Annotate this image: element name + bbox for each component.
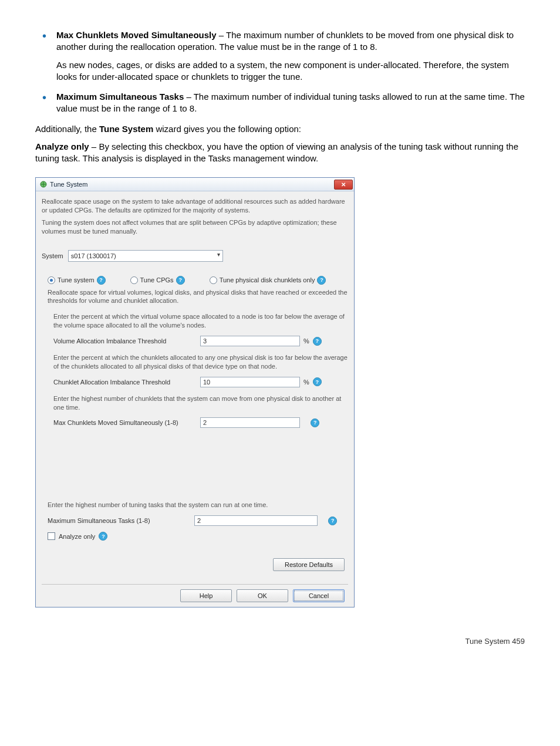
percent-suffix: %: [303, 337, 309, 345]
system-label: System: [42, 252, 63, 259]
chunklet-threshold-desc: Enter the percent at which the chunklets…: [53, 353, 348, 371]
chunklet-threshold-label: Chunklet Allocation Imbalance Threshold: [53, 379, 200, 386]
help-button[interactable]: Help: [180, 589, 232, 602]
help-icon[interactable]: ?: [176, 276, 185, 285]
tune-system-icon: [39, 180, 48, 188]
intro-text-2: Tuning the system does not affect volume…: [42, 218, 348, 236]
radio-tune-pd-chunklets[interactable]: Tune physical disk chunklets only ?: [210, 276, 326, 285]
dialog-title: Tune System: [50, 181, 87, 188]
spacer: [303, 419, 307, 426]
ok-button[interactable]: OK: [237, 589, 288, 602]
page-footer: Tune System 459: [35, 637, 525, 646]
bullet-title: Maximum Simultaneous Tasks: [56, 92, 184, 102]
help-icon[interactable]: ?: [99, 532, 107, 541]
bullet-max-chunklets: Max Chunklets Moved Simultaneously – The…: [56, 29, 525, 83]
system-dropdown[interactable]: s017 (1300017): [68, 250, 223, 262]
radio-tune-cpgs[interactable]: Tune CPGs ?: [130, 276, 185, 285]
radio-label: Tune CPGs: [140, 276, 174, 283]
volume-threshold-desc: Enter the percent at which the virtual v…: [53, 312, 348, 330]
max-chunklets-desc: Enter the highest number of chunklets th…: [53, 394, 348, 412]
help-icon[interactable]: ?: [313, 337, 322, 346]
radio-icon: [48, 276, 55, 284]
help-icon[interactable]: ?: [313, 377, 322, 386]
analyze-only-checkbox[interactable]: [48, 532, 55, 540]
radio-tune-system[interactable]: Tune system ?: [48, 276, 106, 285]
restore-defaults-button[interactable]: Restore Defaults: [273, 558, 345, 571]
dialog-titlebar: Tune System ✕: [36, 178, 354, 191]
close-button[interactable]: ✕: [334, 180, 353, 190]
max-tasks-label: Maximum Simultaneous Tasks (1-8): [48, 517, 194, 524]
bullet-subtext: As new nodes, cages, or disks are added …: [56, 59, 525, 83]
bullet-max-tasks: Maximum Simultaneous Tasks – The maximum…: [56, 91, 525, 115]
radio-icon: [210, 276, 217, 284]
additional-intro: Additionally, the Tune System wizard giv…: [35, 123, 525, 135]
chunklet-threshold-input[interactable]: 10: [200, 377, 300, 387]
max-chunklets-input[interactable]: 2: [200, 417, 300, 428]
radio-label: Tune system: [58, 276, 95, 283]
intro-text-1: Reallocate space usage on the system to …: [42, 197, 348, 215]
percent-suffix: %: [303, 379, 309, 386]
max-tasks-desc: Enter the highest number of tuning tasks…: [48, 501, 348, 509]
cancel-button[interactable]: Cancel: [293, 589, 345, 602]
help-icon[interactable]: ?: [311, 418, 319, 427]
help-icon[interactable]: ?: [317, 276, 326, 285]
max-tasks-input[interactable]: 2: [194, 515, 318, 526]
analyze-only-desc: Analyze only – By selecting this checkbo…: [35, 141, 525, 165]
max-chunklets-label: Max Chunklets Moved Simultaneously (1-8): [53, 419, 200, 426]
tune-mode-description: Reallocate space for virtual volumes, lo…: [48, 288, 348, 306]
tune-system-dialog: Tune System ✕ Reallocate space usage on …: [35, 177, 355, 607]
radio-label: Tune physical disk chunklets only: [220, 276, 315, 283]
bullet-title: Max Chunklets Moved Simultaneously: [56, 30, 217, 40]
volume-threshold-input[interactable]: 3: [200, 336, 300, 346]
feature-bullets: Max Chunklets Moved Simultaneously – The…: [35, 29, 525, 115]
help-icon[interactable]: ?: [97, 276, 106, 285]
analyze-only-label: Analyze only: [59, 533, 95, 540]
system-value: s017 (1300017): [71, 252, 116, 259]
radio-icon: [130, 276, 138, 284]
help-icon[interactable]: ?: [328, 517, 337, 525]
spacer: [321, 517, 325, 524]
volume-threshold-label: Volume Allocation Imbalance Threshold: [53, 337, 200, 345]
close-icon: ✕: [341, 181, 346, 188]
